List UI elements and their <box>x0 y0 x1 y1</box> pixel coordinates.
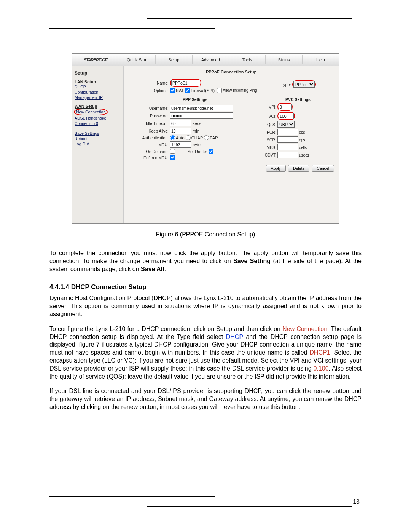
keep-label: Keep Alive: <box>128 129 170 133</box>
sidebar-lan-setup: LAN Setup <box>75 80 121 84</box>
panel-title: PPPoE Connection Setup <box>128 70 334 74</box>
qos-select[interactable]: UBR <box>277 121 295 128</box>
cdvt-label: CDVT: <box>262 153 276 157</box>
idle-label: Idle Timeout: <box>128 121 170 126</box>
password-label: Password: <box>128 113 170 118</box>
sidebar-item-adsl-handshake[interactable]: ADSL Handshake <box>75 115 121 121</box>
figure-caption: Figure 6 (PPPOE Connection Setup) <box>49 231 362 238</box>
enforce-checkbox[interactable] <box>170 155 175 160</box>
tab-help[interactable]: Help <box>302 55 339 64</box>
tab-advanced[interactable]: Advanced <box>192 55 229 64</box>
scr-label: SCR: <box>262 137 276 142</box>
header-rule-left <box>49 28 215 29</box>
router-logo: STARBRIDGE <box>72 58 119 62</box>
idle-unit: secs <box>193 121 201 126</box>
sidebar-item-connection-0[interactable]: Connection 0 <box>75 121 121 126</box>
page-number: 13 <box>353 498 360 505</box>
sidebar-item-log-out[interactable]: Log Out <box>75 141 121 147</box>
auth-auto-label: Auto <box>176 136 185 140</box>
sidebar-item-new-connection[interactable]: New Connection <box>76 109 105 115</box>
sidebar-item-dhcp[interactable]: DHCP <box>75 84 121 89</box>
name-input[interactable] <box>171 80 200 86</box>
figure-6: STARBRIDGE Quick Start Setup Advanced To… <box>49 53 362 238</box>
qos-label: QoS: <box>262 122 276 127</box>
section-heading: 4.4.1.4 DHCP Connection Setup <box>49 283 362 291</box>
tab-tools[interactable]: Tools <box>229 55 265 64</box>
allow-ping-checkbox[interactable] <box>217 88 222 93</box>
nat-checkbox[interactable] <box>170 88 175 93</box>
apply-button[interactable]: Apply <box>266 165 286 172</box>
options-label: Options: <box>128 88 170 93</box>
sidebar-wan-setup: WAN Setup <box>75 104 121 109</box>
sidebar-item-management-ip[interactable]: Management IP <box>75 95 121 100</box>
vci-label: VCI: <box>262 114 276 118</box>
type-label: Type: <box>281 82 291 87</box>
sidebar-item-save-settings[interactable]: Save Settings <box>75 131 121 136</box>
username-label: Username: <box>128 106 170 110</box>
footer-rule-right <box>147 506 352 507</box>
auth-pap-label: PAP <box>210 136 218 140</box>
auth-chap-radio[interactable] <box>186 135 191 140</box>
tab-setup[interactable]: Setup <box>155 55 192 64</box>
footer-rule-left <box>49 496 215 497</box>
mru-unit: bytes <box>193 142 202 147</box>
on-demand-label: On Demand: <box>128 149 170 154</box>
allow-ping-label: Allow Incoming Ping <box>223 88 257 93</box>
sidebar-item-reboot[interactable]: Reboot <box>75 136 121 141</box>
delete-button[interactable]: Delete <box>288 165 309 172</box>
ppp-settings-title: PPP Settings <box>128 97 262 102</box>
vci-input[interactable] <box>279 113 294 119</box>
auth-auto-radio[interactable] <box>170 135 175 140</box>
header-rule-right <box>147 18 352 19</box>
mru-input[interactable] <box>170 141 191 148</box>
pcr-unit: cps <box>299 130 305 134</box>
cdvt-unit: usecs <box>299 153 309 157</box>
mbs-unit: cells <box>299 145 307 150</box>
tab-status[interactable]: Status <box>265 55 302 64</box>
auth-pap-radio[interactable] <box>204 135 209 140</box>
vpi-label: VPI: <box>262 105 276 109</box>
type-select[interactable]: PPPoE <box>293 81 315 88</box>
set-route-checkbox[interactable] <box>209 149 213 154</box>
set-route-label: Set Route: <box>188 149 207 154</box>
firewall-checkbox[interactable] <box>185 88 190 93</box>
mru-label: MRU: <box>128 142 170 147</box>
auth-chap-label: CHAP <box>191 136 203 140</box>
on-demand-checkbox[interactable] <box>170 149 175 154</box>
content-panel: PPPoE Connection Setup Name: Options: NA… <box>124 66 339 223</box>
sidebar: Setup LAN Setup DHCP Configuration Manag… <box>72 66 124 223</box>
tab-quick-start[interactable]: Quick Start <box>119 55 155 64</box>
body-text: To complete the connection you must now … <box>49 249 362 411</box>
pcr-label: PCR: <box>262 130 276 134</box>
cancel-button[interactable]: Cancel <box>312 165 334 172</box>
keep-unit: min <box>193 129 199 133</box>
password-input[interactable] <box>170 112 233 119</box>
router-window: STARBRIDGE Quick Start Setup Advanced To… <box>72 53 339 224</box>
mbs-input[interactable] <box>277 144 298 150</box>
firewall-label: Firewall(SPI) <box>191 88 215 93</box>
scr-input[interactable] <box>277 136 298 143</box>
sidebar-item-configuration[interactable]: Configuration <box>75 89 121 95</box>
sidebar-heading: Setup <box>75 70 121 76</box>
cdvt-input[interactable] <box>277 152 298 158</box>
mbs-label: MBS: <box>262 145 276 150</box>
username-input[interactable] <box>170 105 233 111</box>
enforce-label: Enforce MRU: <box>128 155 170 160</box>
nat-label: NAT <box>176 88 184 93</box>
idle-input[interactable] <box>170 120 191 126</box>
pcr-input[interactable] <box>277 129 298 135</box>
auth-label: Authentication: <box>128 136 170 140</box>
keep-input[interactable] <box>170 128 191 134</box>
pvc-settings-title: PVC Settings <box>262 97 334 102</box>
scr-unit: cps <box>299 138 305 142</box>
name-label: Name: <box>128 81 170 85</box>
vpi-input[interactable] <box>279 104 292 110</box>
